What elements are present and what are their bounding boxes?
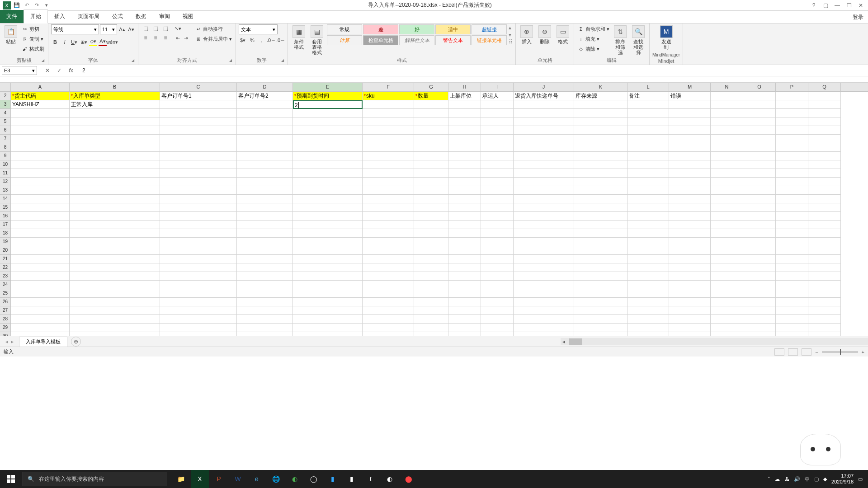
cell-D28[interactable]: [237, 315, 293, 324]
scroll-left-icon[interactable]: ◂: [561, 338, 567, 345]
cell-O26[interactable]: [743, 298, 776, 306]
cell-J4[interactable]: [514, 109, 574, 117]
fill-button[interactable]: ↓填充▾: [577, 34, 610, 43]
cell-D27[interactable]: [237, 306, 293, 315]
cell-M17[interactable]: [669, 221, 711, 229]
cell-G22[interactable]: [414, 263, 448, 272]
cell-I7[interactable]: [481, 135, 514, 143]
cell-J9[interactable]: [514, 152, 574, 160]
cell-I11[interactable]: [481, 169, 514, 178]
cell-P26[interactable]: [776, 298, 808, 306]
minimize-icon[interactable]: —: [832, 1, 843, 10]
cell-P8[interactable]: [776, 143, 808, 152]
cell-Q11[interactable]: [808, 169, 841, 178]
cell-N15[interactable]: [711, 203, 743, 212]
cell-A8[interactable]: [11, 143, 70, 152]
assistant-character-icon[interactable]: [800, 434, 841, 465]
cell-J22[interactable]: [514, 263, 574, 272]
word-icon[interactable]: W: [229, 470, 247, 488]
cell-D19[interactable]: [237, 238, 293, 246]
cell-N28[interactable]: [711, 315, 743, 324]
cell-L11[interactable]: [627, 169, 669, 178]
dialog-launcher-icon[interactable]: ◢: [42, 58, 47, 64]
cell-A19[interactable]: [11, 238, 70, 246]
cell-H9[interactable]: [448, 152, 481, 160]
cell-O6[interactable]: [743, 126, 776, 135]
cell-H2[interactable]: 上架库位: [448, 92, 481, 100]
zoom-slider[interactable]: [822, 351, 858, 353]
cell-H24[interactable]: [448, 281, 481, 289]
cell-O11[interactable]: [743, 169, 776, 178]
cell-N4[interactable]: [711, 109, 743, 117]
file-explorer-icon[interactable]: 📁: [172, 470, 190, 488]
cell-B22[interactable]: [70, 263, 160, 272]
cell-I22[interactable]: [481, 263, 514, 272]
row-header-19[interactable]: 19: [0, 238, 11, 246]
align-left-icon[interactable]: ≡: [141, 34, 150, 42]
cell-I19[interactable]: [481, 238, 514, 246]
login-link[interactable]: 登录: [853, 14, 863, 21]
cell-L29[interactable]: [627, 324, 669, 332]
cell-M4[interactable]: [669, 109, 711, 117]
row-header-18[interactable]: 18: [0, 229, 11, 238]
cell-B18[interactable]: [70, 229, 160, 238]
cell-P4[interactable]: [776, 109, 808, 117]
cell-E19[interactable]: [293, 238, 363, 246]
cell-L16[interactable]: [627, 212, 669, 221]
cell-L28[interactable]: [627, 315, 669, 324]
sort-filter-button[interactable]: ⇅排序和筛选: [612, 24, 628, 56]
col-header-K[interactable]: K: [574, 83, 627, 91]
cell-B26[interactable]: [70, 298, 160, 306]
cell-Q10[interactable]: [808, 160, 841, 169]
cell-A21[interactable]: [11, 255, 70, 263]
cell-E22[interactable]: [293, 263, 363, 272]
cell-F4[interactable]: [363, 109, 414, 117]
row-header-27[interactable]: 27: [0, 306, 11, 315]
cell-M12[interactable]: [669, 178, 711, 186]
cell-P3[interactable]: [776, 100, 808, 109]
cell-K6[interactable]: [574, 126, 627, 135]
cell-A3[interactable]: YANSHIHZ: [11, 100, 70, 109]
cell-G11[interactable]: [414, 169, 448, 178]
cell-N2[interactable]: [711, 92, 743, 100]
cell-H17[interactable]: [448, 221, 481, 229]
cell-E29[interactable]: [293, 324, 363, 332]
tab-home[interactable]: 开始: [24, 9, 48, 23]
cell-K10[interactable]: [574, 160, 627, 169]
cell-K8[interactable]: [574, 143, 627, 152]
cell-F20[interactable]: [363, 246, 414, 255]
cell-D2[interactable]: 客户订单号2: [237, 92, 293, 100]
cell-F29[interactable]: [363, 324, 414, 332]
cell-M13[interactable]: [669, 186, 711, 195]
fill-color-button[interactable]: ◇▾: [89, 38, 97, 46]
cell-M20[interactable]: [669, 246, 711, 255]
cell-C18[interactable]: [160, 229, 237, 238]
cell-B16[interactable]: [70, 212, 160, 221]
cell-C17[interactable]: [160, 221, 237, 229]
cell-B15[interactable]: [70, 203, 160, 212]
tab-insert[interactable]: 插入: [48, 10, 71, 23]
cell-B4[interactable]: [70, 109, 160, 117]
cell-M8[interactable]: [669, 143, 711, 152]
cell-O25[interactable]: [743, 289, 776, 298]
increase-indent-icon[interactable]: ⇥: [182, 34, 190, 42]
cell-M26[interactable]: [669, 298, 711, 306]
cell-E28[interactable]: [293, 315, 363, 324]
cell-P25[interactable]: [776, 289, 808, 298]
cell-C12[interactable]: [160, 178, 237, 186]
scroll-thumb[interactable]: [569, 338, 582, 345]
dialog-launcher-icon[interactable]: ◢: [281, 58, 287, 64]
cell-G23[interactable]: [414, 272, 448, 281]
cell-Q7[interactable]: [808, 135, 841, 143]
cell-D13[interactable]: [237, 186, 293, 195]
cell-O14[interactable]: [743, 195, 776, 203]
cell-A15[interactable]: [11, 203, 70, 212]
cell-A6[interactable]: [11, 126, 70, 135]
insert-cells-button[interactable]: ⊕插入: [519, 24, 535, 45]
row-header-8[interactable]: 8: [0, 143, 11, 152]
cell-C11[interactable]: [160, 169, 237, 178]
cell-L23[interactable]: [627, 272, 669, 281]
cell-H12[interactable]: [448, 178, 481, 186]
cell-E26[interactable]: [293, 298, 363, 306]
row-header-20[interactable]: 20: [0, 246, 11, 255]
